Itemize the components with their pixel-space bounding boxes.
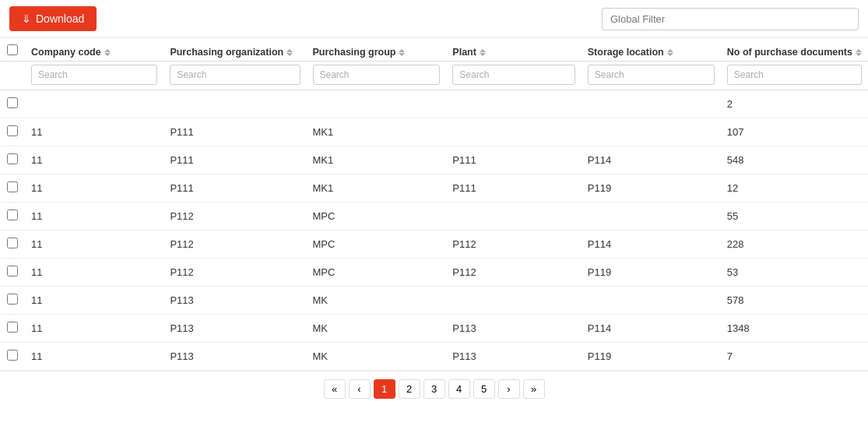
table-row: 11 P111 MK1 107	[0, 118, 868, 146]
row-storage-location: P114	[582, 146, 721, 174]
col-storage-location-sort[interactable]	[667, 49, 673, 56]
row-no-purchase-docs: 12	[721, 174, 868, 202]
row-storage-location	[582, 287, 721, 315]
col-no-purchase-docs-label: No of purchase documents	[727, 47, 852, 58]
row-checkbox[interactable]	[7, 266, 18, 276]
row-checkbox[interactable]	[7, 322, 18, 333]
row-no-purchase-docs: 578	[721, 287, 868, 315]
row-purchasing-org: P111	[163, 118, 306, 146]
download-label: Download	[36, 12, 84, 25]
row-purchasing-org: P112	[163, 259, 306, 287]
row-company-code	[25, 90, 163, 118]
row-checkbox[interactable]	[7, 209, 18, 220]
row-purchasing-group: MK1	[307, 146, 447, 174]
row-checkbox-cell	[0, 231, 25, 259]
row-checkbox-cell	[0, 90, 25, 118]
pagination-page-2-button[interactable]: 2	[399, 379, 420, 399]
search-purchasing-org-col	[163, 62, 306, 90]
row-storage-location: P114	[582, 231, 721, 259]
pagination-page-4-button[interactable]: 4	[448, 379, 470, 399]
column-header-row: Company code Purchasing organization Pur…	[0, 38, 868, 62]
col-no-purchase-docs: No of purchase documents	[721, 38, 868, 62]
col-storage-location: Storage location	[582, 38, 721, 62]
row-checkbox[interactable]	[7, 125, 18, 136]
row-no-purchase-docs: 53	[721, 259, 868, 287]
row-checkbox[interactable]	[7, 294, 18, 305]
row-checkbox[interactable]	[7, 238, 18, 248]
pagination-page-5-button[interactable]: 5	[473, 379, 495, 399]
col-no-purchase-docs-sort[interactable]	[856, 49, 862, 56]
row-purchasing-group: MPC	[307, 259, 447, 287]
search-purchasing-org-input[interactable]	[170, 65, 300, 85]
row-plant: P113	[446, 315, 581, 343]
row-checkbox[interactable]	[7, 350, 18, 361]
row-plant	[446, 90, 581, 118]
row-purchasing-org: P111	[163, 174, 306, 202]
pagination-first-button[interactable]: «	[324, 379, 346, 399]
toolbar: ⇓ Download	[0, 0, 868, 38]
col-purchasing-group-sort[interactable]	[399, 49, 405, 56]
row-plant: P111	[446, 146, 581, 174]
pagination-prev-button[interactable]: ‹	[349, 379, 371, 399]
row-checkbox-cell	[0, 259, 25, 287]
row-plant: P112	[446, 259, 581, 287]
col-plant-sort[interactable]	[480, 49, 486, 56]
row-purchasing-org	[163, 90, 306, 118]
table-row: 11 P112 MPC 55	[0, 202, 868, 231]
search-no-purchase-docs-col	[721, 62, 868, 90]
row-purchasing-org: P113	[163, 343, 306, 371]
col-purchasing-group: Purchasing group	[307, 38, 447, 62]
row-checkbox[interactable]	[7, 181, 18, 192]
col-purchasing-group-label: Purchasing group	[313, 47, 396, 58]
row-storage-location	[582, 202, 721, 231]
col-purchasing-org-sort[interactable]	[286, 49, 293, 56]
col-company-code-sort[interactable]	[104, 49, 111, 56]
row-checkbox-cell	[0, 146, 25, 174]
row-company-code: 11	[25, 118, 163, 146]
search-plant-input[interactable]	[452, 65, 575, 85]
row-purchasing-group: MPC	[307, 202, 447, 231]
row-checkbox[interactable]	[7, 153, 18, 164]
search-storage-location-input[interactable]	[588, 65, 715, 85]
table-row: 2	[0, 90, 868, 118]
row-company-code: 11	[25, 174, 163, 202]
col-storage-location-label: Storage location	[588, 47, 664, 58]
row-checkbox-cell	[0, 118, 25, 146]
download-icon: ⇓	[22, 12, 31, 25]
search-no-purchase-docs-input[interactable]	[727, 65, 862, 85]
row-company-code: 11	[25, 259, 163, 287]
row-purchasing-group: MK	[307, 315, 447, 343]
pagination-page-3-button[interactable]: 3	[423, 379, 445, 399]
search-plant-col	[446, 62, 581, 90]
row-purchasing-group: MK1	[307, 174, 447, 202]
pagination-next-button[interactable]: ›	[498, 379, 520, 399]
col-company-code: Company code	[25, 38, 163, 62]
row-storage-location: P114	[582, 315, 721, 343]
table-row: 11 P112 MPC P112 P119 53	[0, 259, 868, 287]
search-purchasing-group-input[interactable]	[313, 65, 441, 85]
row-storage-location	[582, 118, 721, 146]
global-filter-input[interactable]	[602, 8, 859, 30]
row-plant: P112	[446, 231, 581, 259]
download-button[interactable]: ⇓ Download	[9, 6, 97, 31]
row-no-purchase-docs: 1348	[721, 315, 868, 343]
row-checkbox-cell	[0, 174, 25, 202]
row-checkbox[interactable]	[7, 97, 18, 108]
row-company-code: 11	[25, 343, 163, 371]
row-company-code: 11	[25, 202, 163, 231]
select-all-col	[0, 38, 25, 62]
row-checkbox-cell	[0, 202, 25, 231]
select-all-checkbox[interactable]	[7, 44, 18, 55]
row-storage-location: P119	[582, 259, 721, 287]
col-plant: Plant	[446, 38, 581, 62]
row-checkbox-cell	[0, 343, 25, 371]
search-company-code-input[interactable]	[31, 65, 157, 85]
pagination-last-button[interactable]: »	[523, 379, 545, 399]
row-no-purchase-docs: 7	[721, 343, 868, 371]
search-storage-location-col	[582, 62, 721, 90]
pagination: « ‹ 1 2 3 4 5 › »	[0, 371, 868, 407]
pagination-page-1-button[interactable]: 1	[374, 379, 395, 399]
row-no-purchase-docs: 548	[721, 146, 868, 174]
search-company-code-col	[25, 62, 163, 90]
row-company-code: 11	[25, 287, 163, 315]
